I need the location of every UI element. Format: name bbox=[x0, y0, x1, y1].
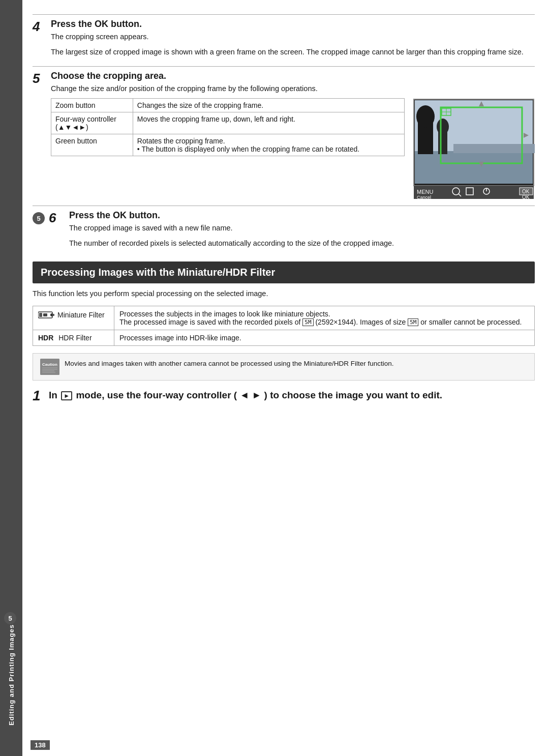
svg-text:OK: OK bbox=[522, 189, 530, 194]
table-cell-4way-label: Four-way controller(▲▼◄►) bbox=[51, 112, 133, 134]
hdr-bold-text: HDR bbox=[38, 334, 53, 342]
miniature-filter-label: Miniature Filter bbox=[38, 310, 109, 320]
filter-miniature-label-cell: Miniature Filter bbox=[33, 306, 114, 330]
filter-miniature-desc-cell: Processes the subjects in the images to … bbox=[114, 306, 535, 330]
svg-text:MENU: MENU bbox=[417, 189, 433, 195]
table-cell-4way-desc: Moves the cropping frame up, down, left … bbox=[133, 112, 404, 134]
divider-4-5 bbox=[33, 66, 535, 67]
svg-rect-30 bbox=[52, 314, 54, 316]
step-4-title-prefix: Press the bbox=[51, 19, 95, 29]
miniature-filter-text: Miniature Filter bbox=[57, 311, 105, 319]
step-5-body: Change the size and/or position of the c… bbox=[51, 83, 535, 95]
play-mode-icon: ► bbox=[61, 391, 72, 400]
top-divider bbox=[33, 14, 535, 15]
pixel-size-badge2: 5M bbox=[408, 318, 418, 326]
filter-table: Miniature Filter Processes the subjects … bbox=[33, 306, 535, 346]
caution-icon-svg: Caution bbox=[40, 359, 59, 375]
table-row: Green button Rotates the cropping frame.… bbox=[51, 134, 405, 156]
svg-text:Cancel: Cancel bbox=[417, 195, 431, 200]
svg-text:OK: OK bbox=[522, 194, 530, 200]
cropping-table-wrap: Zoom button Changes the size of the crop… bbox=[51, 98, 405, 156]
sidebar: 5 Editing and Printing Images bbox=[0, 0, 22, 756]
pixel-size-badge: 5M bbox=[302, 318, 313, 326]
svg-rect-27 bbox=[39, 313, 42, 317]
svg-rect-28 bbox=[43, 313, 47, 316]
page-number: 138 bbox=[30, 740, 50, 750]
step-6-ok: OK bbox=[113, 210, 127, 220]
step-6-content: Press the OK button. The cropped image i… bbox=[69, 210, 535, 253]
step-5-number: 5 bbox=[33, 72, 51, 85]
step-6-title: Press the OK button. bbox=[69, 210, 535, 221]
section-intro: This function lets you perform special p… bbox=[33, 288, 535, 300]
divider-5-6 bbox=[33, 206, 535, 206]
step-4-body1: The cropping screen appears. bbox=[51, 32, 535, 43]
camera-preview: MENU OK Cancel bbox=[413, 98, 535, 201]
caution-box: Caution Movies and images taken with ano… bbox=[33, 353, 535, 381]
caution-text: Movies and images taken with another cam… bbox=[65, 359, 394, 369]
step-4-title: Press the OK button. bbox=[51, 19, 535, 30]
step-4-title-suffix: button. bbox=[108, 19, 142, 29]
step-1: 1 In ► mode, use the four-way controller… bbox=[33, 389, 535, 403]
cropping-table: Zoom button Changes the size of the crop… bbox=[51, 98, 405, 156]
step-6-container: 5 6 Press the OK button. The cropped ima… bbox=[33, 210, 535, 253]
step-6-number: 6 bbox=[49, 211, 67, 224]
hdr-filter-text: HDR Filter bbox=[56, 334, 92, 342]
svg-point-6 bbox=[437, 119, 449, 135]
main-content: 4 Press the OK button. The cropping scre… bbox=[22, 0, 549, 756]
table-cell-zoom-desc: Changes the size of the cropping frame. bbox=[133, 99, 404, 112]
table-row-hdr: HDR HDR Filter Processes image into HDR-… bbox=[33, 330, 535, 346]
step-1-text-prefix: In bbox=[49, 390, 60, 400]
step-1-content: In ► mode, use the four-way controller (… bbox=[49, 389, 442, 402]
table-cell-zoom-label: Zoom button bbox=[51, 99, 133, 112]
step-6-body1: The cropped image is saved with a new fi… bbox=[69, 223, 535, 234]
filter-hdr-desc-cell: Processes image into HDR-like image. bbox=[114, 330, 535, 346]
filter-hdr-label-cell: HDR HDR Filter bbox=[33, 330, 114, 346]
table-row: Four-way controller(▲▼◄►) Moves the crop… bbox=[51, 112, 405, 134]
camera-screen-svg: MENU OK Cancel bbox=[413, 98, 535, 200]
caution-icon: Caution bbox=[40, 359, 59, 375]
table-cell-green-label: Green button bbox=[51, 134, 133, 156]
table-cell-green-desc: Rotates the cropping frame.• The button … bbox=[133, 134, 404, 156]
step-1-number: 1 bbox=[33, 389, 45, 403]
step-4-body2: The largest size of cropped image is sho… bbox=[51, 47, 535, 58]
step-6-title-prefix: Press the bbox=[69, 210, 113, 220]
sidebar-circle-number: 5 bbox=[4, 612, 16, 624]
step-5-content: Choose the cropping area. Change the siz… bbox=[51, 71, 535, 202]
svg-text:Caution: Caution bbox=[42, 362, 57, 367]
miniature-icon bbox=[38, 310, 54, 320]
step-6-circle: 5 bbox=[33, 212, 45, 224]
table-row: Zoom button Changes the size of the crop… bbox=[51, 99, 405, 112]
step-6-title-suffix: button. bbox=[127, 210, 160, 220]
svg-rect-2 bbox=[415, 151, 533, 184]
hdr-filter-label: HDR HDR Filter bbox=[38, 334, 109, 342]
sidebar-chapter-label: Editing and Printing Images bbox=[8, 624, 15, 725]
step-4-content: Press the OK button. The cropping screen… bbox=[51, 19, 535, 62]
step-5: 5 Choose the cropping area. Change the s… bbox=[33, 71, 535, 202]
section-banner: Processing Images with the Miniature/HDR… bbox=[33, 261, 535, 283]
svg-point-4 bbox=[416, 105, 435, 128]
step-4-number: 4 bbox=[33, 20, 51, 33]
step-6-body2: The number of recorded pixels is selecte… bbox=[69, 238, 535, 249]
table-row-miniature: Miniature Filter Processes the subjects … bbox=[33, 306, 535, 330]
cropping-layout: Zoom button Changes the size of the crop… bbox=[51, 98, 535, 201]
step-4-ok: OK bbox=[95, 19, 108, 29]
step-4: 4 Press the OK button. The cropping scre… bbox=[33, 19, 535, 62]
step-5-title: Choose the cropping area. bbox=[51, 71, 535, 81]
step-1-text-middle: mode, use the four-way controller ( ◄ ► … bbox=[76, 390, 442, 400]
